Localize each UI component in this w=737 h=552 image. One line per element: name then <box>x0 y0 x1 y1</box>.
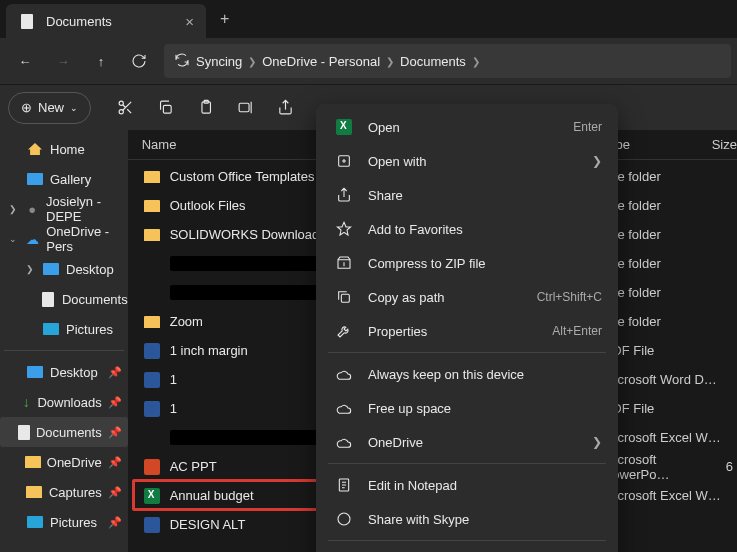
document-icon <box>18 423 30 441</box>
rename-button[interactable] <box>225 88 265 128</box>
share-icon <box>332 187 356 203</box>
file-type: PDF File <box>604 343 726 358</box>
sidebar: Home Gallery ❯●Josielyn - DEPE ⌄☁OneDriv… <box>0 130 128 552</box>
file-size: 6 <box>726 459 733 474</box>
new-label: New <box>38 100 64 115</box>
sidebar-label: Desktop <box>66 262 114 277</box>
file-type: File folder <box>604 169 726 184</box>
word-icon <box>142 370 162 390</box>
sidebar-item-onedrive[interactable]: OneDrive📌 <box>0 447 128 477</box>
column-size[interactable]: Size <box>712 137 737 152</box>
chevron-right-icon: ❯ <box>592 154 602 168</box>
crumb-documents[interactable]: Documents <box>400 54 466 69</box>
gallery-icon <box>26 170 44 188</box>
ctx-label: Always keep on this device <box>368 367 602 382</box>
chevron-right-icon[interactable]: ❯ <box>8 204 18 214</box>
ctx-open[interactable]: OpenEnter <box>320 110 614 144</box>
sidebar-item-downloads[interactable]: ↓Downloads📌 <box>0 387 128 417</box>
plus-circle-icon: ⊕ <box>21 100 32 115</box>
cloud-check-icon <box>332 366 356 382</box>
ctx-compress[interactable]: Compress to ZIP file <box>320 246 614 280</box>
pin-icon: 📌 <box>108 396 122 409</box>
close-tab-icon[interactable]: × <box>185 13 194 30</box>
back-button[interactable]: ← <box>6 42 44 80</box>
cut-button[interactable] <box>105 88 145 128</box>
ctx-properties[interactable]: PropertiesAlt+Enter <box>320 314 614 348</box>
svg-rect-5 <box>239 103 249 112</box>
svg-rect-7 <box>341 294 349 302</box>
title-bar: Documents × + <box>0 0 737 38</box>
file-type: File folder <box>604 314 726 329</box>
sidebar-item-desktop[interactable]: Desktop📌 <box>0 357 128 387</box>
ctx-onedrive[interactable]: OneDrive❯ <box>320 425 614 459</box>
refresh-button[interactable] <box>120 42 158 80</box>
zip-icon <box>332 255 356 271</box>
new-button[interactable]: ⊕ New ⌄ <box>8 92 91 124</box>
nav-bar: ← → ↑ Syncing ❯ OneDrive - Personal ❯ Do… <box>0 38 737 84</box>
share-button[interactable] <box>265 88 305 128</box>
ctx-divider <box>328 352 606 353</box>
ctx-shortcut: Enter <box>573 120 602 134</box>
up-button[interactable]: ↑ <box>82 42 120 80</box>
paste-button[interactable] <box>185 88 225 128</box>
ctx-always-keep[interactable]: Always keep on this device <box>320 357 614 391</box>
ctx-label: Free up space <box>368 401 602 416</box>
sidebar-item-home[interactable]: Home <box>0 134 128 164</box>
open-with-icon <box>332 153 356 169</box>
sidebar-label: Home <box>50 142 85 157</box>
ctx-label: Open <box>368 120 573 135</box>
pin-icon: 📌 <box>108 366 122 379</box>
chevron-down-icon[interactable]: ⌄ <box>8 234 18 244</box>
redact-icon <box>142 428 162 448</box>
sidebar-item-josielyn[interactable]: ❯●Josielyn - DEPE <box>0 194 128 224</box>
user-icon: ● <box>24 200 40 218</box>
ctx-notepad[interactable]: Edit in Notepad <box>320 468 614 502</box>
redact-icon <box>142 254 162 274</box>
sidebar-item-documents[interactable]: Documents📌 <box>0 417 128 447</box>
ctx-label: Copy as path <box>368 290 537 305</box>
cloud-icon: ☁ <box>24 230 40 248</box>
sidebar-item-onedrive-personal[interactable]: ⌄☁OneDrive - Pers <box>0 224 128 254</box>
sidebar-label: Downloads <box>37 395 101 410</box>
sidebar-item-pictures[interactable]: Pictures📌 <box>0 507 128 537</box>
ctx-shortcut: Alt+Enter <box>552 324 602 338</box>
desktop-icon <box>42 260 60 278</box>
ctx-more-options[interactable]: Show more options <box>320 545 614 552</box>
svg-point-1 <box>119 110 123 114</box>
ctx-free-space[interactable]: Free up space <box>320 391 614 425</box>
file-type: Microsoft PowerPo… <box>604 452 726 482</box>
breadcrumb[interactable]: Syncing ❯ OneDrive - Personal ❯ Document… <box>164 44 731 78</box>
excel-icon <box>332 119 356 135</box>
svg-rect-2 <box>163 105 171 113</box>
sidebar-item-od-pictures[interactable]: Pictures <box>0 314 128 344</box>
wrench-icon <box>332 323 356 339</box>
sidebar-item-captures[interactable]: Captures📌 <box>0 477 128 507</box>
sidebar-item-od-documents[interactable]: Documents <box>0 284 128 314</box>
sidebar-label: Desktop <box>50 365 98 380</box>
star-icon <box>332 221 356 237</box>
sidebar-label: Gallery <box>50 172 91 187</box>
cloud-icon <box>332 400 356 416</box>
file-type: File folder <box>604 256 726 271</box>
crumb-syncing[interactable]: Syncing <box>196 54 242 69</box>
ctx-copy-path[interactable]: Copy as pathCtrl+Shift+C <box>320 280 614 314</box>
chevron-right-icon[interactable]: ❯ <box>24 264 36 274</box>
sidebar-label: Documents <box>62 292 128 307</box>
pictures-icon <box>42 320 60 338</box>
ctx-shortcut: Ctrl+Shift+C <box>537 290 602 304</box>
column-type[interactable]: Type <box>602 137 712 152</box>
document-icon <box>40 290 56 308</box>
sidebar-label: Captures <box>49 485 102 500</box>
ctx-skype[interactable]: Share with Skype <box>320 502 614 536</box>
ctx-favorites[interactable]: Add to Favorites <box>320 212 614 246</box>
forward-button[interactable]: → <box>44 42 82 80</box>
copy-button[interactable] <box>145 88 185 128</box>
new-tab-button[interactable]: + <box>220 10 229 28</box>
sidebar-item-od-desktop[interactable]: ❯Desktop <box>0 254 128 284</box>
window-tab[interactable]: Documents × <box>6 4 206 38</box>
copy-path-icon <box>332 289 356 305</box>
sidebar-item-gallery[interactable]: Gallery <box>0 164 128 194</box>
ctx-open-with[interactable]: Open with❯ <box>320 144 614 178</box>
ctx-share[interactable]: Share <box>320 178 614 212</box>
crumb-onedrive[interactable]: OneDrive - Personal <box>262 54 380 69</box>
